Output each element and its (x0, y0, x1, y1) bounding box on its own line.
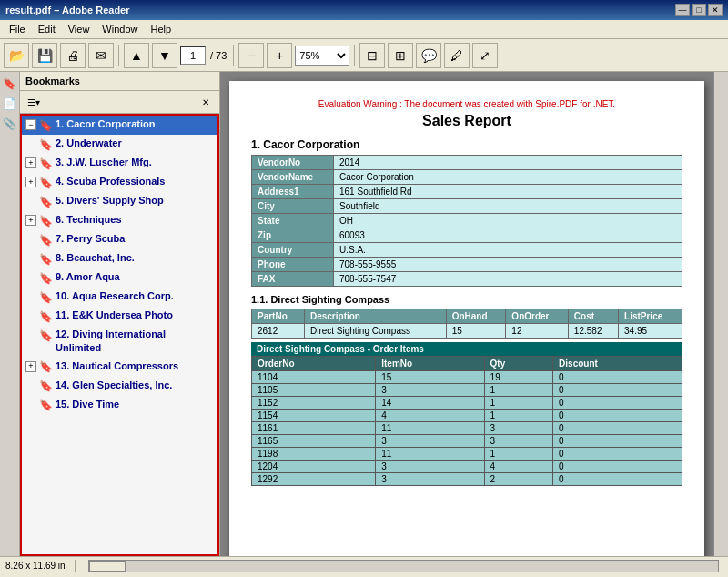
expander-3[interactable]: + (25, 157, 36, 168)
parts-col-header: OnOrder (506, 309, 569, 324)
menu-edit[interactable]: Edit (33, 22, 61, 36)
orders-cell: 1165 (252, 435, 376, 448)
fullscreen-button[interactable]: ⤢ (472, 43, 498, 68)
close-button[interactable]: ✕ (708, 4, 723, 16)
bookmark-label-14: 14. Glen Specialties, Inc. (56, 379, 172, 392)
fit-width-button[interactable]: ⊞ (388, 43, 413, 68)
bookmark-item-11[interactable]: 🔖 11. E&K Undersea Photo (22, 307, 217, 326)
save-button[interactable]: 💾 (32, 43, 57, 68)
zoom-out-button[interactable]: − (238, 43, 264, 68)
vendor-field-label: Address1 (252, 185, 334, 199)
parts-cell: 34.95 (619, 324, 682, 339)
bookmark-item-12[interactable]: 🔖 12. Diving International Unlimited (22, 326, 217, 358)
bookmark-item-13[interactable]: + 🔖 13. Nautical Compressors (22, 358, 217, 377)
expander-4[interactable]: + (25, 177, 36, 187)
bookmark-item-5[interactable]: 🔖 5. Divers' Supply Shop (22, 192, 217, 211)
orders-cell: 1105 (252, 384, 376, 397)
fit-page-button[interactable]: ⊟ (359, 43, 385, 68)
prev-page-button[interactable]: ▲ (124, 43, 149, 68)
pages-panel-icon[interactable]: 📄 (2, 96, 18, 112)
bookmark-label-9: 9. Amor Aqua (56, 270, 120, 284)
orders-cell: 4 (484, 461, 552, 473)
zoom-select[interactable]: 50% 75% 100% 125% 150% (295, 46, 349, 66)
orders-cell: 1154 (252, 410, 376, 422)
orders-row: 1204340 (252, 461, 682, 473)
sidebar-toolbar: ☰▾ ✕ (20, 91, 219, 114)
window-controls[interactable]: — □ ✕ (675, 4, 723, 16)
open-button[interactable]: 📂 (4, 43, 29, 68)
comment-button[interactable]: 💬 (416, 43, 441, 68)
email-button[interactable]: ✉ (88, 43, 114, 68)
bookmark-item-15[interactable]: 🔖 15. Dive Time (22, 396, 217, 415)
bookmarks-panel-icon[interactable]: 🔖 (2, 76, 18, 92)
bookmark-icon-5: 🔖 (38, 195, 53, 209)
vendor-section-title: 1. Cacor Corporation (251, 138, 682, 151)
bookmark-item-9[interactable]: 🔖 9. Amor Aqua (22, 268, 217, 288)
vendor-field-value: Southfield (334, 199, 682, 214)
menu-bar: File Edit View Window Help (0, 20, 728, 39)
vendor-field-label: FAX (252, 272, 334, 287)
orders-row: 1154410 (252, 410, 682, 422)
window-title: result.pdf – Adobe Reader (5, 5, 675, 15)
bookmark-item-6[interactable]: + 🔖 6. Techniques (22, 211, 217, 230)
bookmark-item-3[interactable]: + 🔖 3. J.W. Luscher Mfg. (22, 154, 217, 173)
horizontal-scrollbar[interactable] (88, 560, 719, 572)
bookmark-item-10[interactable]: 🔖 10. Aqua Research Corp. (22, 288, 217, 307)
bookmark-item-4[interactable]: + 🔖 4. Scuba Professionals (22, 173, 217, 192)
content-area[interactable]: Evaluation Warning : The document was cr… (220, 72, 713, 556)
sidebar-header: Bookmarks (20, 72, 219, 91)
orders-cell: 1 (484, 410, 552, 422)
bookmark-item-1[interactable]: − 🔖 1. Cacor Corporation (22, 116, 217, 135)
orders-cell: 1 (484, 448, 552, 461)
toolbar: 📂 💾 🖨 ✉ ▲ ▼ 1 / 73 − + 50% 75% 100% 125%… (0, 39, 728, 72)
bookmark-item-2[interactable]: 🔖 2. Underwater (22, 135, 217, 154)
orders-cell: 11 (376, 448, 484, 461)
zoom-in-button[interactable]: + (267, 43, 292, 68)
bookmark-label-7: 7. Perry Scuba (56, 232, 125, 246)
next-page-button[interactable]: ▼ (152, 43, 177, 68)
minimize-button[interactable]: — (675, 4, 690, 16)
parts-col-header: ListPrice (619, 309, 682, 324)
parts-col-header: PartNo (252, 309, 305, 324)
bookmark-item-14[interactable]: 🔖 14. Glen Specialties, Inc. (22, 377, 217, 396)
bookmark-label-10: 10. Aqua Research Corp. (56, 289, 174, 303)
page-number-input[interactable]: 1 (180, 46, 206, 65)
status-divider (75, 560, 76, 572)
orders-row: 1165330 (252, 435, 682, 448)
bookmark-item-7[interactable]: 🔖 7. Perry Scuba (22, 230, 217, 249)
sidebar-menu-btn[interactable]: ☰▾ (24, 93, 44, 111)
vendor-row: VendorNameCacor Corporation (252, 170, 682, 185)
parts-col-header: OnHand (446, 309, 506, 324)
menu-view[interactable]: View (63, 22, 96, 36)
vendor-field-value: 708-555-7547 (334, 272, 682, 287)
print-button[interactable]: 🖨 (60, 43, 86, 68)
menu-help[interactable]: Help (145, 22, 177, 36)
orders-cell: 1 (484, 397, 552, 410)
vendor-field-value: Cacor Corporation (334, 170, 682, 185)
expander-13[interactable]: + (25, 361, 36, 372)
menu-window[interactable]: Window (96, 22, 143, 36)
orders-cell: 1292 (252, 473, 376, 486)
vendor-row: StateOH (252, 214, 682, 228)
maximize-button[interactable]: □ (692, 4, 706, 16)
orders-row: 11521410 (252, 397, 682, 410)
bookmark-item-8[interactable]: 🔖 8. Beauchat, Inc. (22, 249, 217, 268)
right-scrollbar[interactable] (713, 72, 728, 556)
scrollbar-thumb[interactable] (89, 561, 126, 572)
expander-6[interactable]: + (25, 215, 36, 226)
orders-cell: 3 (376, 384, 484, 397)
markup-button[interactable]: 🖊 (444, 43, 470, 68)
page-size: 8.26 x 11.69 in (5, 561, 66, 571)
menu-file[interactable]: File (4, 22, 31, 36)
parts-cell: 12.582 (568, 324, 618, 339)
orders-cell: 0 (553, 448, 682, 461)
separator-2 (233, 45, 234, 66)
orders-cell: 0 (553, 384, 682, 397)
bookmark-icon-7: 🔖 (38, 233, 53, 248)
orders-cell: 0 (553, 473, 682, 486)
attachments-panel-icon[interactable]: 📎 (2, 116, 18, 132)
expander-1[interactable]: − (25, 119, 36, 130)
sidebar-close-btn[interactable]: ✕ (196, 93, 216, 111)
orders-cell: 15 (376, 371, 484, 384)
orders-cell: 0 (553, 422, 682, 435)
